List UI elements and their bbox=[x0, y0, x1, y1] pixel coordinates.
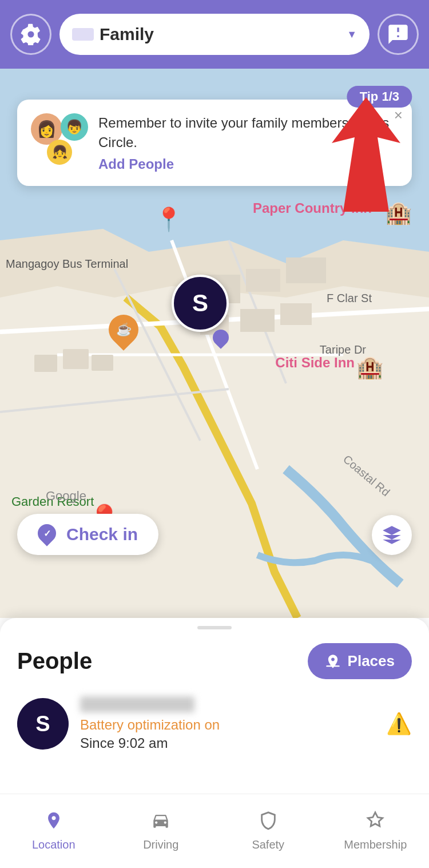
svg-rect-17 bbox=[280, 303, 312, 325]
tip-avatar-2: 👦 bbox=[61, 113, 88, 141]
safety-nav-icon bbox=[259, 811, 278, 835]
nav-membership-label: Membership bbox=[344, 838, 407, 851]
circle-avatar bbox=[72, 28, 94, 41]
membership-nav-icon bbox=[366, 811, 385, 835]
location-nav-icon bbox=[44, 811, 63, 835]
user-avatar: S bbox=[172, 275, 229, 332]
circle-selector[interactable]: Family ▼ bbox=[59, 14, 370, 55]
panel-handle bbox=[197, 626, 232, 629]
hotel-marker-2: 🏨 bbox=[356, 355, 383, 380]
svg-rect-16 bbox=[240, 309, 275, 332]
svg-rect-18 bbox=[34, 355, 57, 372]
layers-icon bbox=[381, 524, 403, 546]
places-icon bbox=[325, 653, 341, 669]
person-time: Since 9:02 am bbox=[80, 735, 375, 751]
add-people-link[interactable]: Add People bbox=[98, 156, 398, 172]
svg-rect-13 bbox=[246, 269, 280, 292]
checkin-pin-container: ✓ bbox=[38, 524, 58, 545]
nav-location[interactable]: Location bbox=[0, 794, 108, 868]
checkin-button[interactable]: ✓ Check in bbox=[17, 514, 158, 555]
people-title: People bbox=[17, 648, 92, 674]
user-location-pin bbox=[209, 326, 232, 349]
hotel-marker-1: 🏨 bbox=[385, 200, 412, 225]
nav-membership[interactable]: Membership bbox=[322, 794, 430, 868]
header: Family ▼ bbox=[0, 0, 429, 69]
tip-badge: Tip 1/3 bbox=[347, 86, 412, 108]
svg-rect-14 bbox=[286, 257, 326, 283]
svg-rect-22 bbox=[326, 665, 339, 667]
person-info: Battery optimization on Since 9:02 am bbox=[80, 696, 375, 751]
panel-header: People Places bbox=[17, 643, 412, 679]
svg-rect-19 bbox=[63, 349, 89, 369]
map-area[interactable]: Mangagoy Bus Terminal Paper Country Inn … bbox=[0, 69, 429, 618]
tip-avatar-3: 👧 bbox=[47, 140, 72, 165]
driving-nav-icon bbox=[151, 811, 170, 835]
circle-name: Family bbox=[100, 25, 341, 44]
nav-safety[interactable]: Safety bbox=[214, 794, 322, 868]
svg-point-2 bbox=[402, 32, 404, 35]
chat-button[interactable] bbox=[378, 14, 419, 55]
svg-rect-20 bbox=[92, 355, 113, 371]
checkin-checkmark: ✓ bbox=[43, 528, 51, 539]
layers-button[interactable] bbox=[372, 515, 412, 555]
nav-driving-label: Driving bbox=[143, 838, 178, 851]
person-card: S Battery optimization on Since 9:02 am … bbox=[17, 696, 412, 751]
chevron-down-icon: ▼ bbox=[347, 29, 357, 41]
close-icon[interactable]: × bbox=[394, 106, 403, 124]
gray-location-pin: 📍 bbox=[154, 206, 183, 233]
gear-icon bbox=[20, 23, 42, 45]
nav-driving[interactable]: Driving bbox=[108, 794, 215, 868]
tip-card-container: Tip 1/3 👩 👦 👧 Remember to invite your fa… bbox=[17, 86, 412, 186]
checkin-label: Check in bbox=[66, 525, 138, 544]
person-status: Battery optimization on bbox=[80, 717, 375, 733]
checkin-pin-icon: ✓ bbox=[34, 520, 59, 546]
nav-location-label: Location bbox=[32, 838, 76, 851]
tip-card: 👩 👦 👧 Remember to invite your family mem… bbox=[17, 100, 412, 186]
person-avatar: S bbox=[17, 698, 69, 750]
person-name-blurred bbox=[80, 696, 194, 712]
settings-button[interactable] bbox=[10, 14, 51, 55]
places-label: Places bbox=[348, 652, 395, 670]
svg-point-1 bbox=[397, 32, 400, 35]
tip-avatars: 👩 👦 👧 bbox=[31, 113, 88, 165]
warning-icon: ⚠️ bbox=[386, 712, 412, 736]
tip-text: Remember to invite your family members t… bbox=[98, 115, 389, 150]
nav-safety-label: Safety bbox=[252, 838, 284, 851]
svg-point-0 bbox=[392, 32, 395, 35]
tip-content: Remember to invite your family members t… bbox=[98, 113, 398, 172]
bottom-nav: Location Driving Safety Membership bbox=[0, 794, 429, 868]
places-button[interactable]: Places bbox=[308, 643, 412, 679]
user-marker: S bbox=[172, 275, 229, 346]
chat-icon bbox=[387, 23, 410, 46]
